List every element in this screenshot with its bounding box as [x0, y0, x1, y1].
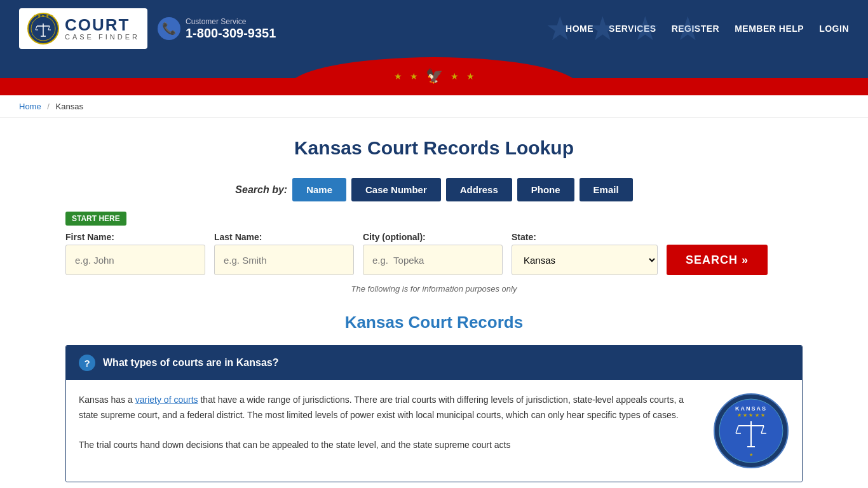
search-by-row: Search by: Name Case Number Address Phon…	[65, 178, 803, 201]
breadcrumb-home[interactable]: Home	[19, 102, 41, 111]
breadcrumb-separator: /	[47, 102, 50, 111]
state-label: State:	[512, 232, 658, 242]
first-name-group: First Name:	[65, 232, 205, 275]
breadcrumb-current: Kansas	[56, 102, 83, 111]
banner-star-1: ★	[394, 71, 402, 81]
tab-email[interactable]: Email	[580, 178, 633, 201]
site-header: ★ ★ ★ ★ ★ ★ ★ ★ ★ COURT	[0, 0, 868, 57]
eagle-icon: 🦅	[426, 68, 443, 85]
customer-service: 📞 Customer Service 1-800-309-9351	[158, 17, 276, 41]
faq-question-icon: ?	[79, 355, 95, 371]
tab-address[interactable]: Address	[446, 178, 512, 201]
first-name-input[interactable]	[65, 245, 205, 275]
search-form: First Name: Last Name: City (optional): …	[65, 232, 803, 275]
faq-item-1: ? What types of courts are in Kansas? Ka…	[65, 345, 803, 482]
phone-icon: 📞	[158, 17, 180, 40]
banner-star-2: ★	[410, 71, 418, 81]
eagle-banner: ★ ★ 🦅 ★ ★	[0, 57, 868, 95]
nav-services[interactable]: SERVICES	[609, 24, 656, 34]
last-name-input[interactable]	[214, 245, 354, 275]
faq-header-text-1: What types of courts are in Kansas?	[103, 357, 279, 369]
city-group: City (optional):	[363, 232, 503, 275]
eagle-area: ★ ★ 🦅 ★ ★	[288, 57, 580, 95]
site-logo[interactable]: ★ ★ ★ ★ ★ COURT CASE FINDER	[19, 8, 147, 49]
first-name-label: First Name:	[65, 232, 205, 242]
kansas-seal-icon: KANSAS ★ ★ ★ ★ ★ ★	[713, 393, 789, 469]
faq-body-1: Kansas has a variety of courts that have…	[66, 380, 802, 482]
city-input[interactable]	[363, 245, 503, 275]
page-title: Kansas Court Records Lookup	[65, 137, 803, 159]
tab-phone[interactable]: Phone	[517, 178, 574, 201]
faq-body-text-1: Kansas has a variety of courts that have…	[79, 393, 700, 469]
logo-court-text: COURT	[65, 17, 140, 33]
banner-star-4: ★	[466, 71, 475, 81]
info-note: The following is for information purpose…	[65, 284, 803, 294]
nav-register[interactable]: REGISTER	[672, 24, 720, 34]
svg-text:KANSAS: KANSAS	[735, 405, 767, 412]
search-by-label: Search by:	[235, 184, 287, 196]
nav-home[interactable]: HOME	[566, 24, 593, 34]
svg-text:★ ★ ★ ★ ★: ★ ★ ★ ★ ★	[33, 14, 53, 18]
records-section-title: Kansas Court Records	[65, 313, 803, 332]
logo-text: COURT CASE FINDER	[65, 17, 140, 41]
variety-of-courts-link[interactable]: variety of courts	[135, 395, 198, 405]
logo-case-finder-text: CASE FINDER	[65, 33, 140, 41]
city-label: City (optional):	[363, 232, 503, 242]
header-left: ★ ★ ★ ★ ★ COURT CASE FINDER 📞 Customer S…	[19, 8, 276, 49]
last-name-group: Last Name:	[214, 232, 354, 275]
breadcrumb: Home / Kansas	[0, 95, 868, 118]
nav-login[interactable]: LOGIN	[819, 24, 849, 34]
svg-text:★ ★ ★ ★ ★: ★ ★ ★ ★ ★	[737, 412, 765, 418]
customer-service-phone[interactable]: 1-800-309-9351	[186, 26, 276, 41]
banner-star-3: ★	[451, 71, 459, 81]
customer-service-info: Customer Service 1-800-309-9351	[186, 17, 276, 41]
faq-paragraph-1: Kansas has a variety of courts that have…	[79, 393, 700, 423]
tab-name[interactable]: Name	[292, 178, 346, 201]
faq-header-1[interactable]: ? What types of courts are in Kansas?	[66, 346, 802, 380]
state-select[interactable]: Kansas Alabama Alaska Arizona Arkansas C…	[512, 245, 658, 275]
state-group: State: Kansas Alabama Alaska Arizona Ark…	[512, 232, 658, 275]
main-nav: HOME SERVICES REGISTER MEMBER HELP LOGIN	[566, 24, 849, 34]
tab-case-number[interactable]: Case Number	[351, 178, 441, 201]
svg-text:★: ★	[749, 452, 753, 457]
customer-service-label: Customer Service	[186, 17, 276, 26]
last-name-label: Last Name:	[214, 232, 354, 242]
nav-member-help[interactable]: MEMBER HELP	[735, 24, 804, 34]
logo-emblem-icon: ★ ★ ★ ★ ★	[27, 12, 60, 45]
main-content: Kansas Court Records Lookup Search by: N…	[53, 118, 815, 488]
faq-paragraph-2: The trial courts hand down decisions tha…	[79, 438, 700, 453]
start-here-badge: START HERE	[65, 212, 126, 226]
search-button[interactable]: SEARCH »	[667, 245, 768, 275]
